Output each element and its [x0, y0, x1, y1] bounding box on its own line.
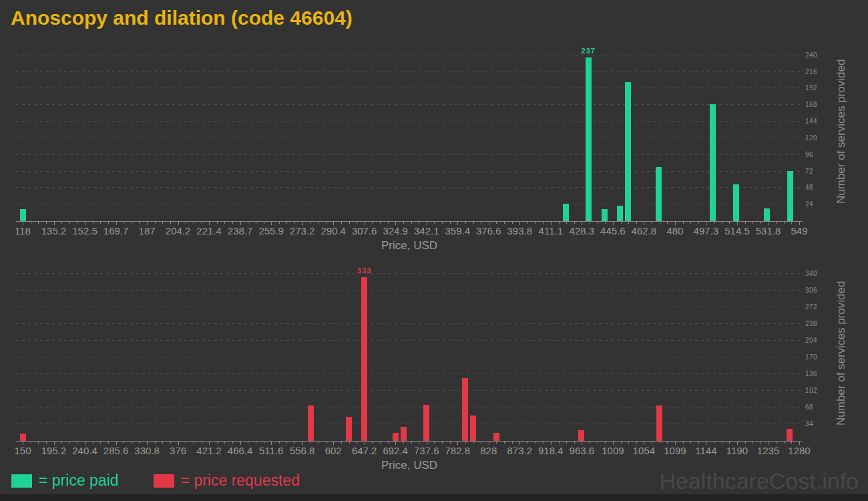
- bar-price-paid: [20, 209, 26, 221]
- x-axis-minor-tick: [286, 221, 287, 224]
- bar-price-paid: [617, 206, 623, 221]
- x-axis-minor-tick: [605, 221, 606, 224]
- x-axis-line: [16, 441, 803, 442]
- gridline: [16, 71, 803, 72]
- x-axis-minor-tick: [162, 441, 163, 444]
- x-axis-minor-tick: [791, 221, 792, 224]
- bar-value-label: 333: [345, 267, 385, 275]
- x-axis-minor-tick: [286, 441, 287, 444]
- y-tick-label: 136: [805, 370, 828, 377]
- x-axis-minor-tick: [77, 221, 77, 224]
- bar-price-requested: [656, 405, 662, 441]
- x-axis-minor-tick: [574, 441, 575, 444]
- x-axis-minor-tick: [419, 221, 419, 224]
- x-axis-minor-tick: [605, 441, 606, 444]
- x-axis-minor-tick: [318, 221, 318, 224]
- x-axis-minor-tick: [559, 221, 560, 224]
- x-axis-minor-tick: [566, 441, 567, 444]
- gridline: [16, 171, 803, 172]
- x-axis-minor-tick: [279, 441, 280, 444]
- x-axis-minor-tick: [714, 441, 714, 444]
- x-axis-minor-tick: [419, 441, 419, 444]
- x-axis-minor-tick: [652, 221, 652, 224]
- x-axis-minor-tick: [752, 221, 753, 224]
- x-axis-minor-tick: [341, 221, 342, 224]
- gridline: [16, 104, 803, 105]
- bar-price-requested: [401, 427, 407, 441]
- x-tick-label: 549: [778, 225, 821, 236]
- x-axis-minor-tick: [683, 441, 684, 444]
- x-axis-minor-tick: [155, 441, 156, 444]
- x-axis-minor-tick: [752, 441, 753, 444]
- y-tick-label: 170: [805, 353, 828, 361]
- gridline: [16, 307, 803, 307]
- x-axis-minor-tick: [202, 441, 202, 444]
- x-axis-minor-tick: [745, 221, 746, 224]
- y-tick-label: 48: [805, 184, 828, 191]
- x-axis-minor-tick: [124, 221, 124, 224]
- x-axis-minor-tick: [496, 221, 497, 224]
- chart-page: Anoscopy and dilation (code 46604) 23711…: [0, 0, 868, 501]
- bar-price-requested: [393, 433, 399, 442]
- x-axis-minor-tick: [170, 441, 171, 444]
- x-axis-minor-tick: [310, 221, 310, 224]
- x-axis-minor-tick: [722, 221, 722, 224]
- watermark: HealthcareCost.info: [659, 468, 859, 494]
- y-tick-label: 102: [805, 387, 828, 394]
- x-axis-minor-tick: [108, 441, 109, 444]
- plot-area: 333: [16, 266, 803, 441]
- gridline: [16, 187, 803, 188]
- y-tick-label: 144: [805, 118, 828, 125]
- x-axis-minor-tick: [310, 441, 310, 444]
- x-axis-minor-tick: [224, 441, 225, 444]
- x-axis-minor-tick: [660, 441, 660, 444]
- x-axis-minor-tick: [535, 441, 536, 444]
- bar-price-requested: [308, 405, 314, 441]
- gridline: [16, 88, 803, 88]
- x-axis-minor-tick: [294, 221, 295, 224]
- x-axis-minor-tick: [690, 441, 691, 444]
- x-axis-minor-tick: [729, 441, 730, 444]
- x-axis-minor-tick: [504, 221, 505, 224]
- x-axis-minor-tick: [326, 441, 327, 444]
- x-axis-line: [16, 221, 803, 222]
- x-axis-minor-tick: [535, 221, 536, 224]
- x-axis-minor-tick: [450, 441, 451, 444]
- x-axis-minor-tick: [761, 441, 761, 444]
- x-axis-minor-tick: [186, 441, 186, 444]
- x-axis-title: Price, USD: [16, 239, 803, 253]
- x-axis-minor-tick: [628, 221, 629, 224]
- x-axis-minor-tick: [784, 441, 785, 444]
- bar-price-paid: [656, 167, 662, 221]
- x-axis-minor-tick: [543, 221, 544, 224]
- x-axis-minor-tick: [481, 441, 481, 444]
- gridline: [16, 55, 803, 55]
- x-axis-minor-tick: [372, 441, 373, 444]
- gridline: [16, 323, 803, 324]
- x-axis-minor-tick: [69, 441, 70, 444]
- legend-item-price-paid: = price paid: [11, 472, 119, 490]
- bar-price-paid: [563, 204, 569, 221]
- x-axis-minor-tick: [279, 221, 280, 224]
- gridline: [16, 154, 803, 155]
- x-tick-label: 1280: [778, 445, 821, 456]
- x-axis-minor-tick: [380, 221, 381, 224]
- y-tick-label: 68: [805, 403, 828, 411]
- x-axis-minor-tick: [349, 221, 350, 224]
- x-axis-minor-tick: [139, 221, 140, 224]
- x-axis-minor-tick: [248, 441, 248, 444]
- x-axis-minor-tick: [442, 221, 443, 224]
- x-axis-minor-tick: [636, 221, 637, 224]
- gridline: [16, 373, 803, 374]
- x-axis-minor-tick: [776, 441, 777, 444]
- x-axis-minor-tick: [170, 221, 171, 224]
- x-axis-minor-tick: [38, 441, 39, 444]
- gridline: [16, 204, 803, 204]
- x-axis-minor-tick: [232, 441, 233, 444]
- x-axis-minor-tick: [264, 441, 264, 444]
- x-axis-minor-tick: [598, 441, 598, 444]
- x-axis-minor-tick: [93, 221, 93, 224]
- x-axis-minor-tick: [434, 221, 435, 224]
- gridline: [16, 290, 803, 291]
- x-axis-minor-tick: [69, 221, 70, 224]
